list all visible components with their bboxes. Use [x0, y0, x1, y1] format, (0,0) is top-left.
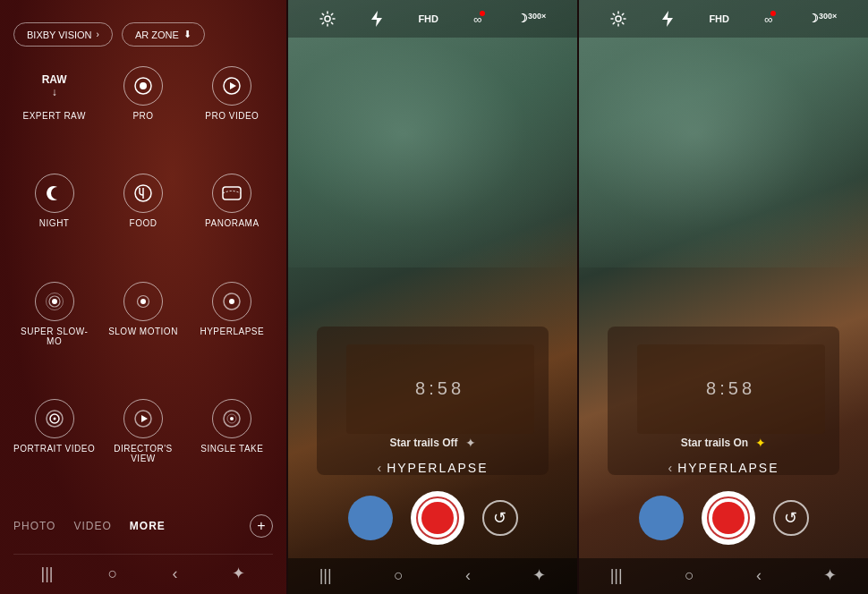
flip-camera-button-2[interactable]: ↺: [482, 500, 518, 536]
night-label: NIGHT: [39, 218, 70, 228]
portrait-video-icon: [35, 399, 74, 438]
nav-bar-1: ||| ○ ‹ ✦: [13, 554, 273, 594]
nav-assistant-icon[interactable]: ✦: [232, 564, 245, 583]
slow-motion-label: SLOW MOTION: [108, 327, 178, 336]
motion-badge-2[interactable]: ∞: [473, 13, 481, 26]
camera-panel-3: 8:58 FHD ∞ ☽300× Star trails On ✦: [579, 0, 868, 594]
super-slow-mo-icon: [35, 282, 74, 321]
star-trails-icon-3[interactable]: ✦: [755, 436, 766, 450]
nav-back-icon[interactable]: ‹: [172, 564, 177, 583]
svg-marker-3: [230, 82, 236, 89]
gallery-button-2[interactable]: [348, 496, 393, 540]
directors-view-label: DIRECTOR'S VIEW: [102, 444, 183, 463]
directors-view-icon: [123, 399, 163, 438]
star-trails-status-3: On: [734, 437, 749, 449]
nav-home-3[interactable]: ○: [685, 566, 694, 585]
mode-food[interactable]: FOOD: [102, 174, 183, 268]
ar-zone-label: AR ZONE: [135, 30, 179, 40]
gallery-button-3[interactable]: [639, 496, 684, 540]
water-overlay-3: [579, 0, 868, 267]
nav-recent-3[interactable]: |||: [610, 566, 623, 585]
mode-single-take[interactable]: SINGLE TAKE: [191, 399, 273, 504]
flip-camera-button-3[interactable]: ↺: [773, 500, 809, 536]
nav-assistant-2[interactable]: ✦: [532, 565, 546, 585]
star-trails-status-2: Off: [442, 437, 457, 449]
food-label: FOOD: [130, 218, 157, 228]
star-trails-icon-2[interactable]: ✦: [465, 436, 476, 450]
shutter-ring-2: [416, 496, 459, 539]
svg-marker-24: [371, 11, 382, 27]
svg-marker-19: [141, 415, 148, 422]
shutter-button-3[interactable]: [702, 491, 755, 545]
svg-point-14: [229, 299, 234, 304]
mode-chevron-3: ‹: [668, 461, 672, 475]
mode-label-bar-3: ‹ HYPERLAPSE: [579, 457, 868, 482]
add-mode-button[interactable]: +: [250, 514, 273, 538]
super-slow-mo-label: SUPER SLOW-MO: [13, 327, 95, 346]
pro-label: PRO: [132, 111, 153, 121]
modes-grid: RAW ↓ EXPERT RAW PRO PRO VI: [13, 66, 273, 504]
nav-back-3[interactable]: ‹: [756, 566, 762, 585]
single-take-label: SINGLE TAKE: [200, 444, 263, 454]
svg-point-1: [140, 82, 147, 89]
slow-motion-icon: [123, 282, 163, 321]
shutter-dot-3: [712, 502, 745, 534]
mode-label-bar-2: ‹ HYPERLAPSE: [288, 457, 577, 482]
svg-point-17: [53, 417, 55, 420]
mode-chevron-2: ‹: [377, 461, 381, 475]
shutter-dot-2: [421, 502, 454, 534]
zoom-label-3: ☽300×: [808, 12, 837, 25]
shutter-ring-3: [707, 496, 750, 539]
flash-icon-3[interactable]: [661, 11, 674, 27]
bixby-vision-button[interactable]: BIXBY VISION ›: [13, 22, 113, 47]
flash-icon-2[interactable]: [370, 11, 383, 27]
water-overlay-2: [288, 0, 577, 267]
svg-point-11: [140, 299, 146, 304]
motion-badge-3[interactable]: ∞: [764, 13, 772, 26]
camera-modes-panel: BIXBY VISION › AR ZONE ⬇ RAW ↓ EXPERT RA…: [0, 0, 286, 594]
shutter-button-2[interactable]: [411, 491, 464, 545]
svg-point-25: [616, 16, 621, 21]
nav-recent-2[interactable]: |||: [319, 566, 332, 585]
zoom-label-2: ☽300×: [517, 12, 546, 25]
hyperlapse-label: HYPERLAPSE: [200, 327, 264, 336]
expert-raw-label: EXPERT RAW: [22, 111, 85, 121]
mode-super-slow-mo[interactable]: SUPER SLOW-MO: [13, 282, 95, 386]
settings-icon-3[interactable]: [610, 11, 626, 27]
bixby-vision-label: BIXBY VISION: [27, 30, 92, 40]
nav-assistant-3[interactable]: ✦: [823, 565, 837, 585]
mode-panorama[interactable]: PANORAMA: [191, 174, 273, 268]
mode-pro[interactable]: PRO: [102, 66, 183, 161]
mode-slow-motion[interactable]: SLOW MOTION: [102, 282, 183, 386]
tab-video[interactable]: VIDEO: [73, 520, 111, 532]
mode-pro-video[interactable]: PRO VIDEO: [191, 66, 273, 161]
chevron-icon: ›: [97, 30, 99, 39]
mode-expert-raw[interactable]: RAW ↓ EXPERT RAW: [13, 66, 95, 161]
shutter-row-2: ↺: [288, 482, 577, 558]
ar-zone-button[interactable]: AR ZONE ⬇: [122, 22, 205, 47]
settings-icon-2[interactable]: [319, 11, 336, 27]
svg-point-22: [230, 417, 234, 420]
star-trails-text-3: Star trails On: [681, 437, 748, 449]
download-icon: ⬇: [183, 29, 191, 40]
mode-hyperlapse[interactable]: HYPERLAPSE: [191, 282, 273, 386]
resolution-label-2: FHD: [418, 13, 438, 24]
svg-marker-26: [662, 11, 673, 27]
mode-night[interactable]: NIGHT: [13, 174, 95, 268]
resolution-label-3: FHD: [709, 13, 729, 24]
mode-portrait-video[interactable]: PORTRAIT VIDEO: [13, 399, 95, 504]
mode-directors-view[interactable]: DIRECTOR'S VIEW: [102, 399, 183, 504]
pro-video-icon: [212, 66, 251, 106]
star-trails-text-2: Star trails Off: [389, 437, 457, 449]
panorama-label: PANORAMA: [205, 218, 260, 228]
nav-recent-icon[interactable]: |||: [41, 564, 54, 583]
nav-home-2[interactable]: ○: [394, 566, 404, 585]
tab-photo[interactable]: PHOTO: [13, 520, 55, 532]
portrait-video-label: PORTRAIT VIDEO: [13, 444, 95, 454]
pro-video-label: PRO VIDEO: [205, 111, 259, 121]
nav-back-2[interactable]: ‹: [465, 566, 471, 585]
nav-bar-3: ||| ○ ‹ ✦: [579, 558, 868, 594]
nav-home-icon[interactable]: ○: [108, 564, 118, 583]
tab-more[interactable]: MORE: [130, 520, 166, 532]
top-controls-3: FHD ∞ ☽300×: [579, 0, 868, 38]
